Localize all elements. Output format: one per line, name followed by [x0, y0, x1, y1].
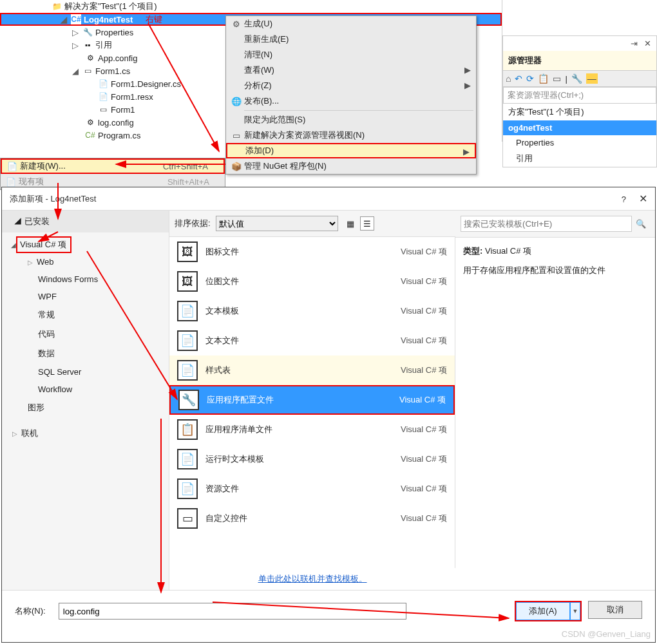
- online-link[interactable]: 单击此处以联机并查找模板。: [169, 568, 455, 590]
- solution-label: 解决方案"Test"(1 个项目): [64, 1, 157, 12]
- view-grid-icon[interactable]: ▦: [343, 216, 357, 231]
- shortcut-label: Shift+Alt+A: [167, 177, 209, 187]
- menu-view[interactable]: 查看(W)▶: [226, 62, 476, 78]
- resx-icon: 📄: [98, 91, 108, 102]
- cancel-button[interactable]: 取消: [588, 601, 642, 619]
- chevron-right-icon: ▶: [463, 147, 470, 156]
- add-button-dropdown[interactable]: ▼: [570, 602, 580, 620]
- template-type: Visual C# 项: [401, 276, 447, 287]
- expand-arrow: ◢: [61, 15, 68, 24]
- template-panel: 排序依据: 默认值 ▦ ☰ 🖼图标文件Visual C# 项🖼位图文件Visua…: [169, 211, 455, 590]
- view-list-icon[interactable]: ☰: [360, 216, 374, 231]
- template-icon: ▭: [177, 508, 198, 529]
- search-icon[interactable]: 🔍: [632, 219, 650, 229]
- refresh-icon[interactable]: ⟳: [526, 73, 534, 84]
- annotation-rightclick: 右键: [146, 14, 162, 25]
- pin-icon[interactable]: ⇥: [631, 39, 638, 48]
- template-name: 文本文件: [205, 335, 239, 346]
- references-icon: ▪▪: [82, 40, 93, 50]
- category-wpf[interactable]: WPF: [2, 288, 169, 305]
- template-type: Visual C# 项: [401, 335, 447, 346]
- menu-analyze[interactable]: 分析(Z)▶: [226, 78, 476, 93]
- template-name: 应用程序配置文件: [207, 394, 274, 406]
- close-icon[interactable]: ✕: [644, 39, 651, 48]
- home-icon[interactable]: ⌂: [506, 73, 511, 84]
- add-button[interactable]: 添加(A): [516, 602, 570, 620]
- search-templates-input[interactable]: [461, 216, 632, 232]
- menu-scope[interactable]: 限定为此范围(S): [226, 112, 476, 128]
- template-row[interactable]: ▭自定义控件Visual C# 项: [169, 504, 455, 533]
- close-icon[interactable]: ✕: [639, 193, 647, 204]
- installed-header[interactable]: ◢ 已安装: [2, 211, 169, 232]
- template-icon: 📄: [177, 478, 198, 499]
- menu-nuget[interactable]: 📦管理 NuGet 程序包(N): [226, 158, 476, 174]
- category-code[interactable]: 代码: [2, 325, 169, 344]
- template-icon: 🖼: [177, 271, 198, 292]
- panel-title: 源管理器: [503, 51, 656, 70]
- template-type: Visual C# 项: [401, 453, 447, 465]
- category-workflow[interactable]: Workflow: [2, 381, 169, 398]
- menu-clean[interactable]: 清理(N): [226, 47, 476, 62]
- chevron-right-icon: ▶: [464, 80, 471, 90]
- category-data[interactable]: 数据: [2, 344, 169, 363]
- config-icon: ⚙: [85, 53, 95, 63]
- file-icon: 📄: [3, 177, 19, 187]
- template-row[interactable]: 📄样式表Visual C# 项: [169, 355, 455, 385]
- template-row[interactable]: 🖼图标文件Visual C# 项: [169, 237, 455, 267]
- tree-item[interactable]: 方案"Test"(1 个项目): [503, 104, 656, 120]
- menu-publish[interactable]: 🌐发布(B)...: [226, 93, 476, 109]
- name-label: 名称(N):: [15, 605, 46, 617]
- copy-icon[interactable]: 📋: [538, 73, 549, 84]
- cs-file-icon: C#: [85, 130, 95, 140]
- template-row[interactable]: 🔧应用程序配置文件Visual C# 项: [169, 385, 455, 415]
- category-general[interactable]: 常规: [2, 305, 169, 325]
- template-row[interactable]: 📋应用程序清单文件Visual C# 项: [169, 415, 455, 444]
- template-type: Visual C# 项: [401, 246, 447, 258]
- help-button[interactable]: ?: [622, 194, 626, 204]
- category-csharp[interactable]: Visual C# 项: [16, 236, 71, 253]
- back-icon[interactable]: ↶: [515, 73, 522, 84]
- project-node[interactable]: og4netTest: [503, 120, 656, 135]
- context-menu: ⚙生成(U) 重新生成(E) 清理(N) 查看(W)▶ 分析(Z)▶ 🌐发布(B…: [225, 15, 477, 175]
- template-type: Visual C# 项: [401, 513, 447, 524]
- menu-rebuild[interactable]: 重新生成(E): [226, 32, 476, 47]
- window-icon: ▭: [229, 131, 244, 140]
- category-winforms[interactable]: Windows Forms: [2, 270, 169, 288]
- csharp-project-icon: C#: [71, 14, 81, 24]
- template-icon: 🔧: [178, 390, 199, 410]
- category-sql[interactable]: SQL Server: [2, 363, 169, 381]
- template-icon: 📄: [177, 360, 198, 381]
- template-icon: 🖼: [177, 242, 198, 262]
- menu-newview[interactable]: ▭新建解决方案资源管理器视图(N): [226, 128, 476, 143]
- category-web[interactable]: Web: [2, 253, 169, 270]
- wrench-icon[interactable]: 🔧: [571, 73, 582, 84]
- template-name: 文本模板: [205, 305, 239, 317]
- dialog-bottom: 名称(N): 添加(A) ▼ 取消: [2, 590, 655, 632]
- sort-dropdown[interactable]: 默认值: [216, 216, 338, 231]
- menu-build[interactable]: ⚙生成(U): [226, 16, 476, 32]
- solution-node[interactable]: 📁 解决方案"Test"(1 个项目): [0, 0, 502, 13]
- name-input[interactable]: [59, 603, 406, 620]
- tree-item[interactable]: 引用: [503, 150, 656, 167]
- solution-explorer-panel: ⇥✕ 源管理器 ⌂↶⟳📋▭ | 🔧— 案资源管理器(Ctrl+;) 方案"Tes…: [502, 35, 657, 167]
- search-input[interactable]: 案资源管理器(Ctrl+;): [503, 87, 656, 104]
- submenu-new-item[interactable]: 📄 新建项(W)... Ctrl+Shift+A: [1, 158, 225, 174]
- template-type: Visual C# 项: [399, 394, 446, 406]
- template-type: Visual C# 项: [401, 305, 447, 317]
- showall-icon[interactable]: ▭: [553, 73, 561, 84]
- tree-item[interactable]: Properties: [503, 135, 656, 150]
- type-label: 类型:: [463, 246, 482, 256]
- template-row[interactable]: 📄运行时文本模板Visual C# 项: [169, 444, 455, 474]
- template-row[interactable]: 📄文本模板Visual C# 项: [169, 296, 455, 326]
- config-icon: ⚙: [85, 117, 95, 128]
- menu-add[interactable]: 添加(D)▶: [226, 143, 476, 158]
- template-name: 应用程序清单文件: [205, 424, 272, 435]
- template-row[interactable]: 🖼位图文件Visual C# 项: [169, 267, 455, 296]
- solution-icon: 📁: [52, 1, 62, 12]
- chevron-right-icon: ▶: [464, 65, 471, 75]
- type-desc: 用于存储应用程序配置和设置值的文件: [463, 265, 641, 276]
- category-online[interactable]: 联机: [2, 424, 169, 443]
- template-row[interactable]: 📄文本文件Visual C# 项: [169, 326, 455, 355]
- template-row[interactable]: 📄资源文件Visual C# 项: [169, 474, 455, 504]
- category-graphics[interactable]: 图形: [2, 398, 169, 417]
